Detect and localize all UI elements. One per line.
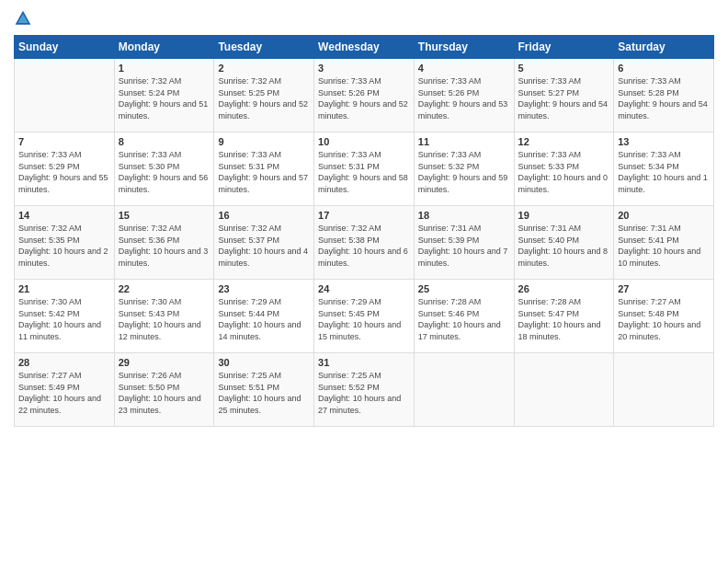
day-number: 11	[418, 136, 510, 147]
day-cell: 8Sunrise: 7:33 AMSunset: 5:30 PMDaylight…	[114, 132, 214, 206]
logo-icon	[14, 9, 32, 28]
day-number: 18	[418, 210, 510, 221]
day-cell	[15, 59, 115, 132]
day-number: 3	[318, 63, 410, 74]
weekday-header-sunday: Sunday	[15, 36, 115, 59]
day-info: Sunrise: 7:33 AMSunset: 5:30 PMDaylight:…	[119, 149, 210, 195]
day-cell: 17Sunrise: 7:32 AMSunset: 5:38 PMDayligh…	[314, 206, 415, 280]
day-info: Sunrise: 7:33 AMSunset: 5:26 PMDaylight:…	[318, 75, 410, 121]
logo	[14, 9, 36, 28]
day-number: 17	[318, 210, 410, 221]
day-number: 22	[119, 283, 210, 294]
day-info: Sunrise: 7:29 AMSunset: 5:45 PMDaylight:…	[318, 296, 410, 342]
day-number: 4	[418, 63, 510, 74]
day-number: 2	[218, 63, 310, 74]
day-cell: 16Sunrise: 7:32 AMSunset: 5:37 PMDayligh…	[214, 206, 314, 280]
day-cell: 10Sunrise: 7:33 AMSunset: 5:31 PMDayligh…	[314, 132, 415, 206]
day-cell: 12Sunrise: 7:33 AMSunset: 5:33 PMDayligh…	[514, 132, 614, 206]
day-number: 16	[218, 210, 310, 221]
day-info: Sunrise: 7:30 AMSunset: 5:43 PMDaylight:…	[119, 296, 210, 342]
header	[14, 9, 714, 28]
day-info: Sunrise: 7:32 AMSunset: 5:24 PMDaylight:…	[119, 75, 210, 121]
day-number: 20	[618, 210, 710, 221]
day-info: Sunrise: 7:33 AMSunset: 5:32 PMDaylight:…	[418, 149, 510, 195]
day-cell: 20Sunrise: 7:31 AMSunset: 5:41 PMDayligh…	[614, 206, 714, 280]
day-number: 23	[218, 283, 310, 294]
day-cell: 7Sunrise: 7:33 AMSunset: 5:29 PMDaylight…	[15, 132, 115, 206]
day-cell: 3Sunrise: 7:33 AMSunset: 5:26 PMDaylight…	[314, 59, 415, 132]
day-number: 1	[119, 63, 210, 74]
day-number: 6	[618, 63, 710, 74]
day-number: 27	[618, 283, 710, 294]
week-row-2: 7Sunrise: 7:33 AMSunset: 5:29 PMDaylight…	[15, 132, 714, 206]
day-cell: 9Sunrise: 7:33 AMSunset: 5:31 PMDaylight…	[214, 132, 314, 206]
day-cell: 2Sunrise: 7:32 AMSunset: 5:25 PMDaylight…	[214, 59, 314, 132]
day-info: Sunrise: 7:33 AMSunset: 5:33 PMDaylight:…	[518, 149, 610, 195]
day-info: Sunrise: 7:32 AMSunset: 5:25 PMDaylight:…	[218, 75, 310, 121]
day-info: Sunrise: 7:31 AMSunset: 5:41 PMDaylight:…	[618, 223, 710, 269]
day-number: 19	[518, 210, 610, 221]
week-row-5: 28Sunrise: 7:27 AMSunset: 5:49 PMDayligh…	[15, 353, 714, 427]
day-cell: 31Sunrise: 7:25 AMSunset: 5:52 PMDayligh…	[314, 353, 415, 427]
day-cell: 19Sunrise: 7:31 AMSunset: 5:40 PMDayligh…	[514, 206, 614, 280]
day-cell: 21Sunrise: 7:30 AMSunset: 5:42 PMDayligh…	[15, 280, 115, 353]
weekday-header-wednesday: Wednesday	[314, 36, 415, 59]
weekday-header-monday: Monday	[114, 36, 214, 59]
day-cell: 29Sunrise: 7:26 AMSunset: 5:50 PMDayligh…	[114, 353, 214, 427]
day-number: 8	[119, 136, 210, 147]
day-info: Sunrise: 7:31 AMSunset: 5:39 PMDaylight:…	[418, 223, 510, 269]
day-info: Sunrise: 7:25 AMSunset: 5:52 PMDaylight:…	[318, 370, 410, 416]
day-number: 30	[218, 357, 310, 368]
day-cell: 30Sunrise: 7:25 AMSunset: 5:51 PMDayligh…	[214, 353, 314, 427]
day-info: Sunrise: 7:31 AMSunset: 5:40 PMDaylight:…	[518, 223, 610, 269]
day-cell: 1Sunrise: 7:32 AMSunset: 5:24 PMDaylight…	[114, 59, 214, 132]
day-number: 14	[18, 210, 110, 221]
day-number: 10	[318, 136, 410, 147]
day-info: Sunrise: 7:32 AMSunset: 5:37 PMDaylight:…	[218, 223, 310, 269]
day-cell: 26Sunrise: 7:28 AMSunset: 5:47 PMDayligh…	[514, 280, 614, 353]
day-info: Sunrise: 7:29 AMSunset: 5:44 PMDaylight:…	[218, 296, 310, 342]
day-cell: 15Sunrise: 7:32 AMSunset: 5:36 PMDayligh…	[114, 206, 214, 280]
day-number: 28	[18, 357, 110, 368]
day-info: Sunrise: 7:27 AMSunset: 5:48 PMDaylight:…	[618, 296, 710, 342]
day-number: 7	[18, 136, 110, 147]
weekday-header-friday: Friday	[514, 36, 614, 59]
weekday-header-saturday: Saturday	[614, 36, 714, 59]
week-row-4: 21Sunrise: 7:30 AMSunset: 5:42 PMDayligh…	[15, 280, 714, 353]
day-info: Sunrise: 7:33 AMSunset: 5:31 PMDaylight:…	[318, 149, 410, 195]
day-number: 25	[418, 283, 510, 294]
day-cell: 4Sunrise: 7:33 AMSunset: 5:26 PMDaylight…	[414, 59, 514, 132]
day-cell: 14Sunrise: 7:32 AMSunset: 5:35 PMDayligh…	[15, 206, 115, 280]
day-number: 9	[218, 136, 310, 147]
day-cell: 25Sunrise: 7:28 AMSunset: 5:46 PMDayligh…	[414, 280, 514, 353]
day-info: Sunrise: 7:26 AMSunset: 5:50 PMDaylight:…	[119, 370, 210, 416]
day-info: Sunrise: 7:33 AMSunset: 5:29 PMDaylight:…	[18, 149, 110, 195]
day-number: 24	[318, 283, 410, 294]
day-info: Sunrise: 7:30 AMSunset: 5:42 PMDaylight:…	[18, 296, 110, 342]
day-info: Sunrise: 7:25 AMSunset: 5:51 PMDaylight:…	[218, 370, 310, 416]
day-number: 21	[18, 283, 110, 294]
weekday-header-tuesday: Tuesday	[214, 36, 314, 59]
day-number: 31	[318, 357, 410, 368]
day-number: 15	[119, 210, 210, 221]
day-info: Sunrise: 7:28 AMSunset: 5:47 PMDaylight:…	[518, 296, 610, 342]
day-number: 29	[119, 357, 210, 368]
week-row-1: 1Sunrise: 7:32 AMSunset: 5:24 PMDaylight…	[15, 59, 714, 132]
day-number: 5	[518, 63, 610, 74]
weekday-header-thursday: Thursday	[414, 36, 514, 59]
day-cell: 28Sunrise: 7:27 AMSunset: 5:49 PMDayligh…	[15, 353, 115, 427]
day-info: Sunrise: 7:28 AMSunset: 5:46 PMDaylight:…	[418, 296, 510, 342]
day-cell: 5Sunrise: 7:33 AMSunset: 5:27 PMDaylight…	[514, 59, 614, 132]
day-cell	[414, 353, 514, 427]
day-cell: 27Sunrise: 7:27 AMSunset: 5:48 PMDayligh…	[614, 280, 714, 353]
day-cell: 6Sunrise: 7:33 AMSunset: 5:28 PMDaylight…	[614, 59, 714, 132]
weekday-header-row: SundayMondayTuesdayWednesdayThursdayFrid…	[15, 36, 714, 59]
day-info: Sunrise: 7:33 AMSunset: 5:28 PMDaylight:…	[618, 75, 710, 121]
day-info: Sunrise: 7:33 AMSunset: 5:31 PMDaylight:…	[218, 149, 310, 195]
day-cell: 13Sunrise: 7:33 AMSunset: 5:34 PMDayligh…	[614, 132, 714, 206]
page-container: SundayMondayTuesdayWednesdayThursdayFrid…	[0, 0, 728, 436]
day-cell	[514, 353, 614, 427]
day-number: 12	[518, 136, 610, 147]
day-info: Sunrise: 7:33 AMSunset: 5:27 PMDaylight:…	[518, 75, 610, 121]
day-number: 13	[618, 136, 710, 147]
